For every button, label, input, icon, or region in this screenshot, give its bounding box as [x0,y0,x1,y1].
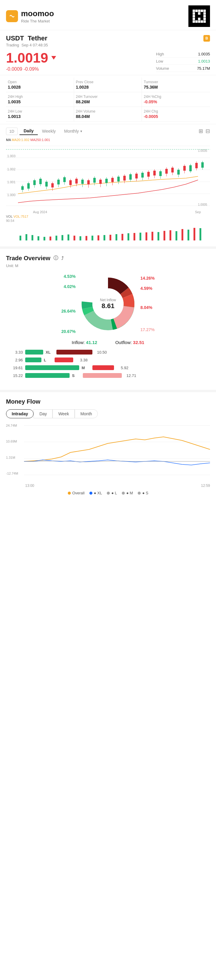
svg-rect-95 [200,228,201,240]
svg-rect-104 [152,232,153,240]
segment-label-5: 4.59% [141,286,162,291]
stock-header: USDT Tether B Trading Sep 4 07:48:35 [0,30,216,50]
tab-intraday[interactable]: Intraday [6,409,34,418]
svg-rect-56 [99,180,102,184]
inflow-bar-l [25,358,42,362]
inflow-summary: Inflow: 41.12 [72,340,97,345]
svg-rect-18 [33,180,36,185]
segment-label-2: 26.64% [54,309,75,313]
svg-rect-50 [69,180,72,185]
tab-icons: ⊞ ⊟ [198,128,210,134]
main-price: 1.0019 [6,50,156,66]
info-icon[interactable]: ⓘ [53,255,58,261]
high-row: High 1.0035 [156,51,210,57]
legend-dot-xl [90,492,93,495]
stat-24h-volume: 24H Volume 88.04M [74,107,142,122]
segment-label-6: 8.04% [141,305,162,310]
svg-rect-80 [32,235,33,240]
segment-label-3: 20.67% [54,329,75,334]
money-flow-title: Money Flow [6,398,210,405]
flow-summary: Inflow: 41.12 Outflow: 32.51 [6,337,210,348]
trade-overview-title: Trade Overview ⓘ ⤴ [6,255,210,262]
svg-rect-60 [123,176,126,181]
bar-row-m: 19.61 M 5.92 [12,365,204,370]
segment-label-4: 14.26% [141,276,162,280]
svg-rect-79 [26,234,27,240]
chevron-down-icon: ▼ [80,130,83,133]
svg-text:1.0005: 1.0005 [198,203,207,206]
svg-rect-26 [63,177,66,182]
y-axis-labels: 24.74M 10.69M 1.31M -12.74M [6,423,24,482]
legend-m: ● M [122,491,133,495]
header: moomoo Ride The Market [0,0,216,30]
svg-rect-64 [147,172,150,177]
logo-area: moomoo Ride The Market [6,9,54,23]
x-label-right: 12:59 [201,484,210,488]
svg-rect-96 [50,237,51,240]
tab-weekly[interactable]: Weekly [38,127,60,135]
outflow-bar-s [83,373,122,378]
legend-xl: ● XL [90,491,102,495]
outflow-bar-m [93,365,114,370]
tab-month[interactable]: Month [75,409,98,418]
candlestick-icon[interactable]: ⊞ [198,128,203,134]
stat-open: Open 1.0028 [6,78,74,92]
vol-chart [6,224,210,240]
segment-label-0: 4.53% [54,274,75,279]
stat-24h-chg: 24H Chg -0.0005 [142,107,210,122]
bar-row-xl: 3.33 XL 10.50 [12,350,204,355]
svg-rect-66 [153,171,156,175]
bar-row-l: 2.96 L 3.38 [12,358,204,362]
vol-label: VOL VOL:7517 [6,215,210,218]
svg-text:1.003: 1.003 [7,154,16,158]
svg-rect-22 [45,182,48,186]
svg-rect-82 [43,237,45,240]
svg-rect-102 [133,233,135,240]
stat-24h-pctchg: 24H %Chg -0.05% [142,92,210,107]
trade-overview-section: Trade Overview ⓘ ⤴ Unit: M 4.53% 4.02% 2… [0,247,216,390]
svg-rect-42 [177,170,180,175]
svg-rect-14 [21,186,24,190]
svg-rect-108 [194,228,195,240]
legend-l: ● L [107,491,117,495]
tab-week[interactable]: Week [53,409,75,418]
donut-right-labels: 14.26% 4.59% 8.04% 17.27% [138,276,162,332]
tab-monthly[interactable]: Monthly ▼ [60,127,87,135]
svg-rect-58 [111,178,114,182]
svg-rect-54 [87,180,90,185]
legend-s: ● S [138,491,148,495]
tab-day[interactable]: Day [34,409,53,418]
grid-icon[interactable]: ⊟ [205,128,210,134]
tab-1d[interactable]: 1D [6,127,18,135]
logo-tagline: Ride The Market [21,19,54,23]
inflow-bar-s [25,373,70,378]
inflow-bar-xl [25,350,43,355]
svg-rect-40 [159,171,162,176]
logo-text-group: moomoo Ride The Market [21,9,54,23]
qr-code [189,5,210,27]
money-flow-chart [24,423,210,482]
donut-left-labels: 4.53% 4.02% 26.64% 20.67% [54,274,78,334]
svg-rect-62 [135,173,138,178]
svg-rect-24 [57,180,60,185]
vol-section: VOL VOL:7517 90.54 [0,215,216,247]
legend-dot-m [122,492,125,495]
tab-daily[interactable]: Daily [19,127,38,135]
price-down-arrow [51,56,56,60]
share-icon[interactable]: ⤴ [61,256,64,261]
y-label-top: 24.74M [6,424,23,427]
low-row: Low 1.0013 [156,58,210,65]
svg-rect-101 [122,234,123,240]
stat-24h-low: 24H Low 1.0013 [6,107,74,122]
ma-legend: MA MA20:1.002 MA250:1.001 [6,137,210,143]
svg-rect-90 [128,233,129,240]
svg-rect-68 [165,169,168,173]
outflow-bar-xl [56,350,93,355]
svg-rect-89 [115,234,117,240]
svg-point-117 [93,288,123,320]
outflow-summary: Outflow: 32.51 [115,340,144,345]
svg-rect-46 [201,162,204,168]
money-flow-legend: Overall ● XL ● L ● M ● S [6,488,210,500]
svg-rect-103 [146,232,147,240]
svg-rect-93 [176,231,177,240]
